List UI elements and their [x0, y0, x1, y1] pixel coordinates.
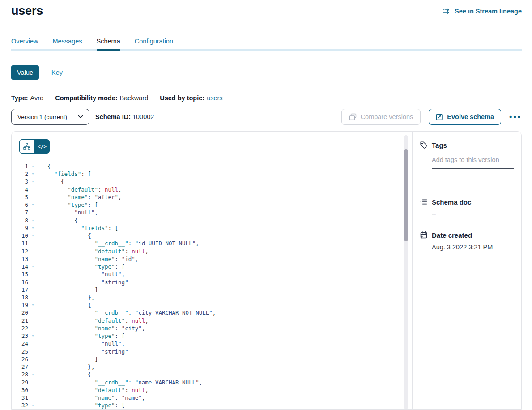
code-text: "string"	[38, 348, 412, 355]
code-lines: 1▾{2▾"fields": [3▾{4"default": null,5"na…	[12, 162, 412, 410]
code-gutter: 8▾	[12, 217, 38, 224]
evolve-schema-button[interactable]: Evolve schema	[429, 109, 501, 125]
fold-arrow-icon[interactable]: ▾	[28, 301, 38, 309]
stream-lineage-link[interactable]: See in Stream lineage	[443, 8, 522, 15]
schema-meta-row: Type:Avro Compatibility mode:Backward Us…	[11, 94, 522, 102]
line-number: 30	[12, 386, 28, 394]
code-gutter: 13	[12, 255, 38, 263]
code-gutter: 9▾	[12, 224, 38, 232]
code-gutter: 2▾	[12, 170, 38, 178]
code-line: 12"default": null,	[12, 248, 412, 255]
code-gutter: 25	[12, 348, 38, 355]
tree-view-button[interactable]	[19, 139, 34, 154]
code-view-button[interactable]: </>	[34, 139, 50, 154]
code-line: 31"name": "name",	[12, 394, 412, 401]
schema-sidebar: Tags Add tags to this version	[412, 132, 521, 409]
code-text: "name": "after",	[38, 193, 412, 201]
line-number: 13	[12, 255, 28, 263]
fold-arrow-icon[interactable]: ▾	[28, 332, 38, 340]
toolbar-actions: Compare versions Evolve schema •••	[341, 109, 522, 125]
key-toggle-button[interactable]: Key	[51, 69, 63, 76]
more-options-icon[interactable]: •••	[509, 109, 522, 125]
fold-arrow-icon[interactable]: ▾	[28, 162, 38, 170]
stream-lineage-label: See in Stream lineage	[455, 8, 522, 15]
fold-arrow-icon[interactable]: ▾	[28, 201, 38, 209]
line-number: 19	[12, 301, 28, 309]
fold-arrow-icon[interactable]: ▾	[28, 371, 38, 378]
fold-arrow-icon[interactable]: ▾	[28, 263, 38, 270]
code-line: 21"default": null,	[12, 317, 412, 325]
code-line: 4"default": null,	[12, 186, 412, 193]
code-line: 30"default": null,	[12, 386, 412, 394]
fold-arrow-placeholder	[28, 248, 38, 255]
value-key-toggle: Value Key	[11, 65, 522, 80]
code-gutter: 19▾	[12, 301, 38, 309]
code-line: 14▾"type": [	[12, 263, 412, 270]
code-line: 28▾{	[12, 371, 412, 378]
line-number: 8	[12, 217, 28, 224]
compare-versions-button[interactable]: Compare versions	[341, 109, 421, 125]
schema-doc-value: --	[432, 210, 514, 218]
code-line: 25"string"	[12, 348, 412, 355]
code-line: 18},	[12, 294, 412, 301]
meta-compatibility: Compatibility mode:Backward	[55, 94, 148, 102]
line-number: 26	[12, 355, 28, 363]
tab-schema[interactable]: Schema	[97, 38, 120, 45]
code-gutter: 15	[12, 270, 38, 278]
tab-messages[interactable]: Messages	[52, 38, 82, 45]
tag-icon	[420, 141, 428, 149]
compare-versions-label: Compare versions	[361, 113, 413, 120]
date-created-section: Date created Aug. 3 2022 3:21 PM	[420, 231, 514, 251]
code-gutter: 20	[12, 309, 38, 316]
code-gutter: 32▾	[12, 401, 38, 409]
add-tags-input[interactable]: Add tags to this version	[432, 156, 514, 169]
value-toggle-button[interactable]: Value	[11, 65, 39, 80]
line-number: 2	[12, 170, 28, 178]
fold-arrow-icon[interactable]: ▾	[28, 170, 38, 178]
version-select[interactable]: Version 1 (current)	[11, 109, 89, 125]
fold-arrow-icon[interactable]: ▾	[28, 232, 38, 239]
code-scrollbar-track[interactable]	[404, 135, 408, 409]
schema-id-value: 100002	[132, 113, 154, 120]
fold-arrow-icon[interactable]: ▾	[28, 178, 38, 185]
tree-view-icon	[23, 143, 30, 150]
code-line: 13"name": "id",	[12, 255, 412, 263]
code-gutter: 28▾	[12, 371, 38, 378]
line-number: 32	[12, 401, 28, 409]
code-text: "default": null,	[38, 317, 412, 325]
date-created-heading: Date created	[432, 231, 472, 239]
fold-arrow-placeholder	[28, 193, 38, 201]
fold-arrow-placeholder	[28, 309, 38, 316]
meta-topic-link[interactable]: users	[207, 94, 222, 102]
page-header: users See in Stream lineage	[11, 0, 522, 18]
code-gutter: 6▾	[12, 201, 38, 209]
fold-arrow-icon[interactable]: ▾	[28, 401, 38, 409]
schema-doc-heading: Schema doc	[432, 198, 471, 206]
code-text: "string"	[38, 278, 412, 286]
schema-doc-section: Schema doc --	[420, 198, 514, 218]
fold-arrow-icon[interactable]: ▾	[28, 217, 38, 224]
code-line: 17]	[12, 286, 412, 294]
code-line: 24"null",	[12, 340, 412, 347]
code-text: {	[38, 178, 412, 185]
code-gutter: 23▾	[12, 332, 38, 340]
code-line: 20"__crdb__": "city VARCHAR NOT NULL",	[12, 309, 412, 316]
schema-page: users See in Stream lineage Overview Mes…	[0, 0, 532, 410]
code-text: {	[38, 217, 412, 224]
line-number: 6	[12, 201, 28, 209]
fold-arrow-icon[interactable]: ▾	[28, 224, 38, 232]
code-text: "name": "name",	[38, 394, 412, 401]
line-number: 28	[12, 371, 28, 378]
tabs-underline-track	[11, 49, 522, 51]
code-text: },	[38, 363, 412, 371]
code-gutter: 27	[12, 363, 38, 371]
schema-id-label: Schema ID:	[95, 113, 131, 120]
code-gutter: 31	[12, 394, 38, 401]
add-tags-placeholder: Add tags to this version	[432, 156, 499, 163]
page-title: users	[11, 4, 43, 18]
tab-overview[interactable]: Overview	[11, 38, 38, 45]
tab-configuration[interactable]: Configuration	[135, 38, 173, 45]
code-gutter: 12	[12, 248, 38, 255]
fold-arrow-placeholder	[28, 286, 38, 294]
code-scrollbar-thumb[interactable]	[404, 149, 408, 241]
